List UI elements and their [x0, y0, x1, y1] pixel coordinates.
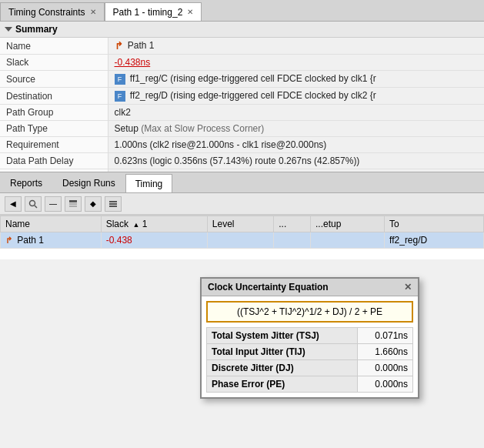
svg-point-0 — [30, 200, 35, 206]
tab-design-runs[interactable]: Design Runs — [52, 174, 125, 192]
table-row: Slack -0.438ns — [0, 55, 484, 71]
table-row: Path Type Setup (Max at Slow Process Cor… — [0, 120, 484, 136]
table-icon — [68, 199, 78, 209]
row-name: Path 1 — [17, 235, 44, 246]
prop-destination-value: ff2_reg/D (rising edge-triggered cell FD… — [130, 90, 376, 101]
minus-btn[interactable]: — — [45, 196, 62, 212]
bottom-toolbar: ◀ — ◆ — [0, 193, 484, 215]
clock-uncertainty-popup: Clock Uncertainty Equation ✕ ((TSJ^2 + T… — [200, 277, 419, 399]
popup-value-tsj: 0.071ns — [358, 328, 413, 344]
prop-slack-label: Slack — [0, 55, 108, 71]
tab-reports-label: Reports — [10, 178, 42, 189]
row-col5 — [310, 232, 384, 249]
svg-rect-3 — [69, 203, 77, 205]
col-header-name[interactable]: Name — [1, 216, 102, 232]
tab-path1-timing2[interactable]: Path 1 - timing_2 ✕ — [105, 2, 202, 21]
sort-icon: ▲ — [132, 221, 139, 229]
col-header-to[interactable]: ... — [274, 216, 311, 232]
main-content-area: Summary Name ↱ Path 1 Slack -0.438ns Sou… — [0, 22, 484, 172]
popup-label-tij: Total Input Jitter (TIJ) — [207, 344, 358, 360]
svg-rect-5 — [109, 201, 117, 202]
prop-requirement-value: 1.000ns (clk2 rise@21.000ns - clk1 rise@… — [115, 139, 327, 150]
prop-pathgroup-label: Path Group — [0, 104, 108, 120]
row-path-icon: ↱ — [5, 236, 12, 246]
properties-table: Name ↱ Path 1 Slack -0.438ns Source F ff… — [0, 38, 484, 172]
summary-header: Summary — [0, 22, 484, 38]
tab-timing[interactable]: Timing — [125, 174, 173, 192]
collapse-icon[interactable] — [5, 27, 12, 32]
expand-collapse-btn[interactable]: ◀ — [5, 196, 22, 212]
table-row: Destination F ff2_reg/D (rising edge-tri… — [0, 88, 484, 105]
table-row: Source F ff1_reg/C (rising edge-triggere… — [0, 71, 484, 88]
table-row[interactable]: ↱ Path 1 -0.438 ff2_reg/D — [1, 232, 484, 249]
prop-source-value: ff1_reg/C (rising edge-triggered cell FD… — [130, 73, 376, 84]
table-row: Name ↱ Path 1 — [0, 38, 484, 55]
tab-path1-timing2-label: Path 1 - timing_2 — [113, 7, 183, 18]
bars-icon — [108, 199, 118, 209]
popup-value-pe: 0.000ns — [358, 376, 413, 393]
data-table-container: Name Slack ▲ 1 Level ... ...etup To ↱ Pa… — [0, 215, 484, 259]
prop-source-label: Source — [0, 71, 108, 88]
row-col4 — [274, 232, 311, 249]
prop-datapathdelay-label: Data Path Delay — [0, 152, 108, 169]
popup-title: Clock Uncertainty Equation — [208, 282, 329, 293]
diamond-btn[interactable]: ◆ — [85, 196, 102, 212]
tab-timing-label: Timing — [135, 179, 163, 189]
popup-row-dj: Discrete Jitter (DJ) 0.000ns — [207, 360, 413, 376]
prop-name-value: Path 1 — [128, 40, 155, 51]
tab-reports[interactable]: Reports — [0, 174, 52, 192]
row-to: ff2_reg/D — [385, 232, 484, 249]
popup-value-tij: 1.660ns — [358, 344, 413, 360]
row-level — [207, 232, 273, 249]
tab-timing-constraints[interactable]: Timing Constraints ✕ — [0, 2, 105, 21]
popup-label-pe: Phase Error (PE) — [207, 376, 358, 393]
popup-label-tsj: Total System Jitter (TSJ) — [207, 328, 358, 344]
prop-requirement-label: Requirement — [0, 136, 108, 152]
popup-data-table: Total System Jitter (TSJ) 0.071ns Total … — [206, 327, 413, 393]
bottom-tabs-bar: Reports Design Runs Timing — [0, 172, 484, 193]
table-row: Requirement 1.000ns (clk2 rise@21.000ns … — [0, 136, 484, 152]
svg-line-1 — [35, 206, 37, 208]
table-row: Data Path Delay 0.623ns (logic 0.356ns (… — [0, 152, 484, 169]
row-slack: -0.438 — [101, 232, 207, 249]
popup-row-tij: Total Input Jitter (TIJ) 1.660ns — [207, 344, 413, 360]
equation-display: ((TSJ^2 + TIJ^2)^1/2 + DJ) / 2 + PE — [206, 301, 413, 323]
table-row: Path Group clk2 — [0, 104, 484, 120]
popup-close-button[interactable]: ✕ — [404, 282, 412, 293]
table-header-row: Name Slack ▲ 1 Level ... ...etup To — [1, 216, 484, 232]
tab-design-runs-label: Design Runs — [62, 178, 115, 189]
popup-row-pe: Phase Error (PE) 0.000ns — [207, 376, 413, 393]
svg-rect-4 — [69, 206, 77, 207]
popup-row-tsj: Total System Jitter (TSJ) 0.071ns — [207, 328, 413, 344]
popup-label-dj: Discrete Jitter (DJ) — [207, 360, 358, 376]
prop-pathgroup-value: clk2 — [108, 104, 484, 120]
tab-path1-timing2-close[interactable]: ✕ — [187, 8, 193, 16]
prop-pathtype-value: Setup (Max at Slow Process Corner) — [115, 123, 265, 134]
popup-body: ((TSJ^2 + TIJ^2)^1/2 + DJ) / 2 + PE Tota… — [202, 296, 418, 397]
path-icon: ↱ — [115, 40, 123, 52]
col-header-slack[interactable]: Slack ▲ 1 — [101, 216, 207, 232]
svg-rect-2 — [69, 200, 77, 202]
prop-slack-value[interactable]: -0.438ns — [115, 57, 151, 68]
top-tabs-bar: Timing Constraints ✕ Path 1 - timing_2 ✕ — [0, 0, 484, 22]
search-btn[interactable] — [25, 196, 42, 212]
svg-rect-6 — [109, 203, 117, 205]
bars-btn[interactable] — [105, 196, 122, 212]
popup-header: Clock Uncertainty Equation ✕ — [202, 279, 418, 296]
table-btn[interactable] — [65, 196, 82, 212]
search-icon — [28, 199, 38, 209]
svg-rect-7 — [109, 206, 117, 207]
col-header-level[interactable]: Level — [207, 216, 273, 232]
popup-value-dj: 0.000ns — [358, 360, 413, 376]
destination-icon: F — [115, 91, 125, 102]
equation-text: ((TSJ^2 + TIJ^2)^1/2 + DJ) / 2 + PE — [237, 306, 382, 317]
source-icon: F — [115, 74, 125, 85]
prop-name-label: Name — [0, 38, 108, 55]
col-header-setup[interactable]: ...etup — [310, 216, 384, 232]
col-header-dest[interactable]: To — [385, 216, 484, 232]
prop-destination-label: Destination — [0, 88, 108, 105]
path-data-table: Name Slack ▲ 1 Level ... ...etup To ↱ Pa… — [0, 216, 484, 249]
prop-pathtype-label: Path Type — [0, 120, 108, 136]
tab-timing-constraints-close[interactable]: ✕ — [90, 8, 96, 16]
tab-timing-constraints-label: Timing Constraints — [8, 7, 85, 18]
